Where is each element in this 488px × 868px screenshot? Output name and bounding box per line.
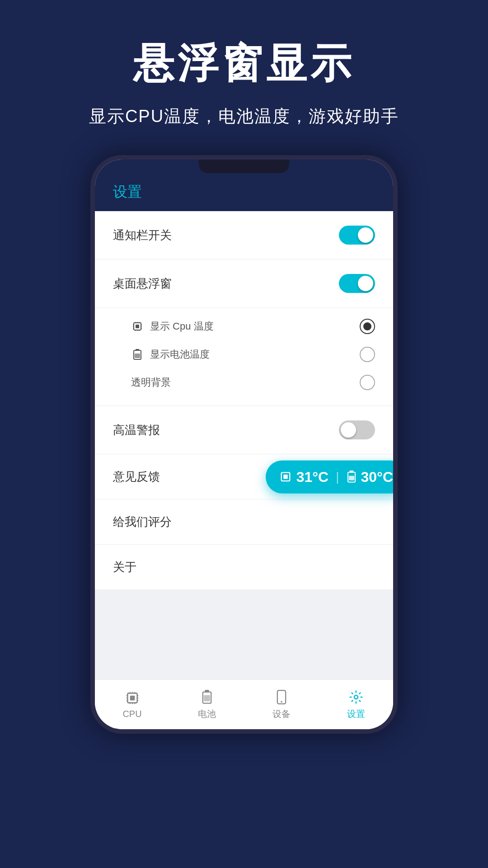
feedback-item[interactable]: 意见反馈 31°C |: [95, 454, 393, 500]
nav-device[interactable]: 设备: [244, 680, 319, 729]
nav-settings[interactable]: 设置: [319, 680, 393, 729]
about-label: 关于: [113, 559, 136, 575]
toggle-knob: [358, 227, 373, 243]
nav-cpu-label: CPU: [122, 709, 141, 719]
nav-battery-label: 电池: [198, 708, 216, 720]
battery-temp-badge: 30°C: [347, 468, 394, 485]
battery-small-icon: [131, 348, 144, 361]
show-battery-temp-item[interactable]: 显示电池温度: [131, 340, 375, 368]
show-cpu-temp-label: 显示 Cpu 温度: [150, 320, 214, 333]
show-cpu-temp-item[interactable]: 显示 Cpu 温度: [131, 312, 375, 340]
main-title: 悬浮窗显示: [27, 36, 461, 91]
high-temp-alert-item: 高温警报: [95, 406, 393, 454]
badge-divider: |: [336, 470, 339, 484]
notification-toggle[interactable]: [339, 226, 375, 245]
transparent-bg-radio[interactable]: [360, 375, 375, 390]
svg-rect-20: [350, 471, 353, 473]
floating-temperature-badge: 31°C | 30°C: [266, 460, 393, 493]
bottom-nav: CPU 电池: [95, 679, 393, 729]
battery-nav-icon: [199, 689, 215, 705]
settings-body: 通知栏开关 桌面悬浮窗: [95, 211, 393, 679]
sub-item-left-transparent: 透明背景: [131, 376, 171, 389]
cpu-temp-badge: 31°C: [279, 468, 329, 485]
cpu-nav-icon: [124, 690, 141, 706]
nav-cpu[interactable]: CPU: [95, 680, 169, 729]
notification-toggle-label: 通知栏开关: [113, 227, 172, 243]
cpu-icon: [131, 320, 144, 333]
svg-rect-21: [349, 476, 354, 481]
header-section: 悬浮窗显示 显示CPU温度，电池温度，游戏好助手: [0, 0, 488, 146]
high-temp-alert-label: 高温警报: [113, 422, 160, 438]
svg-rect-18: [283, 475, 287, 479]
nav-settings-label: 设置: [347, 708, 365, 720]
transparent-bg-label: 透明背景: [131, 376, 171, 389]
sub-item-left-battery: 显示电池温度: [131, 348, 210, 361]
svg-rect-23: [130, 696, 135, 701]
phone-notch: [199, 160, 289, 173]
phone-screen: 设置 通知栏开关 桌面悬浮窗: [95, 160, 393, 729]
rate-us-label: 给我们评分: [113, 514, 172, 530]
device-nav-icon: [273, 689, 290, 705]
float-window-toggle-item: 桌面悬浮窗: [95, 259, 393, 308]
svg-rect-1: [136, 325, 139, 328]
svg-rect-16: [135, 354, 140, 358]
sub-item-left-cpu: 显示 Cpu 温度: [131, 320, 214, 333]
rate-us-item[interactable]: 给我们评分: [95, 500, 393, 545]
show-battery-temp-radio[interactable]: [360, 347, 375, 362]
about-item[interactable]: 关于: [95, 545, 393, 590]
nav-battery[interactable]: 电池: [169, 680, 244, 729]
show-battery-temp-label: 显示电池温度: [150, 348, 210, 361]
notification-toggle-item: 通知栏开关: [95, 211, 393, 259]
transparent-bg-item[interactable]: 透明背景: [131, 368, 375, 396]
feedback-label: 意见反馈: [113, 469, 160, 485]
float-window-toggle[interactable]: [339, 274, 375, 293]
show-cpu-temp-radio[interactable]: [360, 319, 375, 334]
settings-list: 通知栏开关 桌面悬浮窗: [95, 211, 393, 590]
subtitle: 显示CPU温度，电池温度，游戏好助手: [27, 105, 461, 128]
phone-container: 设置 通知栏开关 桌面悬浮窗: [90, 155, 398, 734]
svg-rect-37: [205, 690, 209, 693]
svg-point-41: [354, 695, 358, 699]
float-sub-items: 显示 Cpu 温度: [95, 308, 393, 406]
phone-outer: 设置 通知栏开关 桌面悬浮窗: [90, 155, 398, 734]
settings-nav-icon: [348, 689, 364, 705]
float-window-toggle-label: 桌面悬浮窗: [113, 276, 172, 292]
svg-point-40: [281, 701, 282, 703]
settings-page-title: 设置: [113, 184, 142, 200]
svg-rect-15: [136, 349, 139, 351]
svg-rect-38: [204, 695, 210, 701]
nav-device-label: 设备: [272, 708, 291, 720]
toggle-knob-2: [358, 276, 373, 291]
high-temp-alert-toggle[interactable]: [339, 420, 375, 439]
toggle-knob-3: [341, 422, 356, 438]
